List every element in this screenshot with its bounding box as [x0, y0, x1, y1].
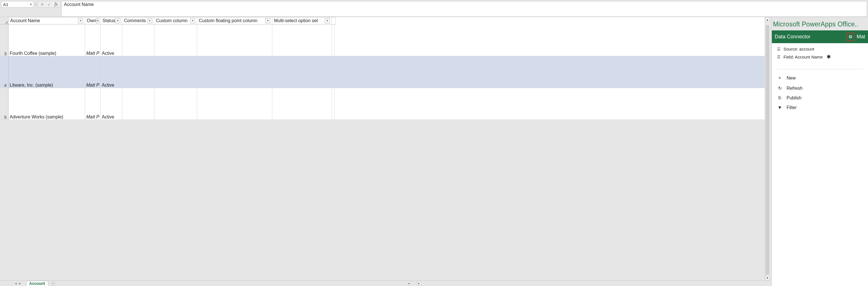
- filter-dropdown-icon[interactable]: ▼: [325, 18, 330, 23]
- cell-own[interactable]: Matt P: [85, 24, 101, 56]
- filter-dropdown-icon[interactable]: ▼: [265, 18, 270, 23]
- gear-icon: ⚙: [848, 34, 852, 39]
- filter-dropdown-icon[interactable]: ▼: [190, 18, 195, 23]
- formula-text: Account Name: [64, 2, 94, 7]
- column-label: Custom floating point column: [199, 18, 257, 23]
- filter-dropdown-icon[interactable]: ▼: [78, 18, 83, 23]
- cell-multi[interactable]: [272, 24, 332, 56]
- table-row[interactable]: Adventure Works (sample) Matt P Active: [8, 88, 765, 120]
- cell-account-name[interactable]: Fourth Coffee (sample): [8, 24, 85, 56]
- cell-custom[interactable]: [154, 88, 197, 120]
- fx-icon[interactable]: fx: [55, 2, 58, 7]
- cell-custom[interactable]: [154, 56, 197, 88]
- row-header[interactable]: 4: [0, 56, 8, 88]
- cell-multi[interactable]: [272, 56, 332, 88]
- powerapps-pane: Microsoft PowerApps Office.. Data Connec…: [772, 17, 868, 286]
- separator-icon: [35, 1, 36, 7]
- name-box[interactable]: A1 ▼: [1, 1, 34, 7]
- new-button[interactable]: ＋ New: [777, 74, 863, 82]
- column-header-status[interactable]: Status ▼: [101, 17, 122, 24]
- cell-extra[interactable]: [332, 24, 335, 56]
- cell-extra[interactable]: [332, 56, 335, 88]
- sheet-tab-account[interactable]: Account: [26, 281, 48, 286]
- settings-button[interactable]: ⚙: [846, 33, 855, 41]
- enter-icon[interactable]: ✓: [48, 2, 51, 7]
- add-sheet-button[interactable]: +: [51, 281, 56, 286]
- column-header-custom-floating[interactable]: Custom floating point column ▼: [197, 17, 272, 24]
- action-label: New: [786, 76, 796, 81]
- column-label: Status: [102, 18, 115, 23]
- filter-dropdown-icon[interactable]: ▼: [115, 18, 120, 23]
- filter-button[interactable]: ▼ Filter: [777, 104, 863, 111]
- cell-float[interactable]: [197, 24, 272, 56]
- field-label: Field: Account Name: [783, 55, 823, 59]
- pane-header-bar: Data Connector ⚙ Mat: [772, 30, 868, 43]
- column-label: Own: [87, 18, 96, 23]
- spreadsheet: Account Name ▼ Own ▼ Status ▼ Comments ▼: [0, 17, 770, 286]
- select-all-corner[interactable]: [0, 17, 8, 24]
- column-label: Account Name: [10, 18, 40, 23]
- list-icon: ☰: [777, 55, 781, 59]
- action-label: Publish: [786, 95, 801, 101]
- source-label: Source: account: [783, 47, 814, 51]
- cell-float[interactable]: [197, 88, 272, 120]
- hscroll-left-icon[interactable]: ◄: [406, 282, 411, 285]
- name-box-dropdown-icon[interactable]: ▼: [30, 3, 32, 6]
- required-icon: ✱: [827, 54, 831, 60]
- formula-bar: A1 ▼ ✕ ✓ fx Account Name: [0, 0, 868, 17]
- cell-status[interactable]: Active: [101, 24, 122, 56]
- sheet-tab-bar: ◄ ► Account + ◄ ►: [0, 280, 770, 286]
- filter-dropdown-icon[interactable]: ▼: [147, 18, 152, 23]
- cell-extra[interactable]: [332, 88, 335, 120]
- table-row[interactable]: Fourth Coffee (sample) Matt P Active: [8, 24, 765, 56]
- pane-user-label: Mat: [857, 34, 865, 40]
- scroll-up-icon[interactable]: ▲: [765, 17, 770, 22]
- column-header-own[interactable]: Own ▼: [85, 17, 101, 24]
- cell-own[interactable]: Matt P: [85, 88, 101, 120]
- cell-multi[interactable]: [272, 88, 332, 120]
- column-header-multi-select[interactable]: Multi-select option set ▼: [272, 17, 332, 24]
- column-header-comments[interactable]: Comments ▼: [122, 17, 154, 24]
- column-label: Custom column: [156, 18, 187, 23]
- formula-controls: ✕ ✓ fx: [38, 1, 60, 7]
- cell-account-name[interactable]: Litware, Inc. (sample): [8, 56, 85, 88]
- cell-comments[interactable]: [122, 56, 154, 88]
- cell-custom[interactable]: [154, 24, 197, 56]
- cell-comments[interactable]: [122, 24, 154, 56]
- cancel-icon[interactable]: ✕: [40, 2, 44, 7]
- tab-prev-icon[interactable]: ◄: [14, 282, 17, 285]
- column-label: Multi-select option set: [274, 18, 318, 23]
- refresh-button[interactable]: ↻ Refresh: [777, 84, 863, 92]
- pane-title: Microsoft PowerApps Office..: [772, 17, 868, 30]
- list-icon: ☰: [777, 47, 781, 51]
- table-row[interactable]: Litware, Inc. (sample) Matt P Active: [8, 56, 765, 88]
- hscroll-right-icon[interactable]: ►: [417, 282, 421, 285]
- column-header-extra[interactable]: [332, 17, 336, 24]
- publish-icon: ⎘: [777, 95, 783, 101]
- vertical-scrollbar[interactable]: ▼: [765, 24, 770, 280]
- cell-float[interactable]: [197, 56, 272, 88]
- cell-own[interactable]: Matt P: [85, 56, 101, 88]
- source-info: ☰ Source: account: [777, 47, 863, 51]
- action-label: Refresh: [786, 86, 803, 91]
- scroll-down-icon[interactable]: ▼: [765, 275, 770, 280]
- field-info: ☰ Field: Account Name ✱: [777, 54, 863, 60]
- column-header-custom-column[interactable]: Custom column ▼: [154, 17, 197, 24]
- plus-icon: ＋: [777, 75, 783, 81]
- column-label: Comments: [124, 18, 146, 23]
- column-header-account-name[interactable]: Account Name ▼: [8, 17, 85, 24]
- pane-subtitle: Data Connector: [775, 34, 810, 40]
- cell-status[interactable]: Active: [101, 56, 122, 88]
- refresh-icon: ↻: [777, 85, 783, 91]
- action-label: Filter: [786, 105, 797, 110]
- row-header[interactable]: 3: [0, 24, 8, 56]
- filter-icon: ▼: [777, 105, 783, 110]
- filter-dropdown-icon[interactable]: ▼: [96, 18, 99, 23]
- publish-button[interactable]: ⎘ Publish: [777, 94, 863, 102]
- formula-input[interactable]: Account Name: [62, 1, 867, 17]
- row-header[interactable]: 5: [0, 88, 8, 120]
- cell-comments[interactable]: [122, 88, 154, 120]
- cell-status[interactable]: Active: [101, 88, 122, 120]
- tab-next-icon[interactable]: ►: [19, 282, 22, 285]
- cell-account-name[interactable]: Adventure Works (sample): [8, 88, 85, 120]
